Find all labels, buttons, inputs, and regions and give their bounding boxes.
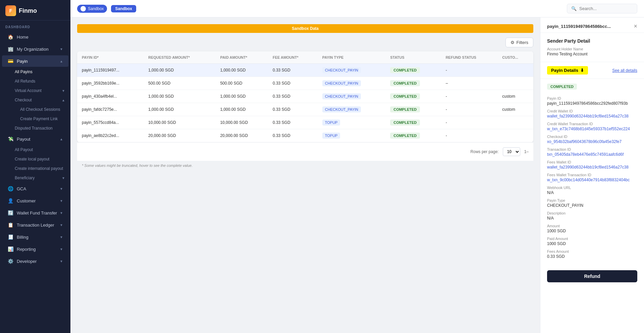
sidebar-item-virtual-account[interactable]: Virtual Account ▼ xyxy=(15,86,70,95)
customer-icon: 👤 xyxy=(7,198,13,203)
create-payment-link-label: Create Payment Link xyxy=(20,116,58,121)
sidebar-item-create-local-payout[interactable]: Create local payout xyxy=(15,154,70,164)
sidebar-item-all-payins[interactable]: All Payins xyxy=(15,67,70,77)
chevron-down-icon: ▼ xyxy=(60,235,63,239)
cell-refund-status: - xyxy=(441,90,498,103)
sidebar-item-my-organization[interactable]: 🏢 My Organization ▼ xyxy=(2,43,68,55)
rows-per-page-select[interactable]: 10 25 50 xyxy=(503,147,520,156)
filters-button[interactable]: ⚙ Filters xyxy=(505,38,533,47)
toggle-circle xyxy=(80,6,86,11)
webhook-url-label: Webhook URL xyxy=(547,186,637,190)
sender-party-section: Sender Party Detail Account Holder Name … xyxy=(540,33,644,62)
sidebar-payout-label: Payout xyxy=(17,137,30,142)
disputed-transaction-label: Disputed Transaction xyxy=(15,126,53,131)
table-row[interactable]: payin_3592bb169e... 500.00 SGD 500.00 SG… xyxy=(77,77,533,90)
credit-wallet-txn-value[interactable]: w_txn_e73c7468b81d45e59337b1ef552ec224 xyxy=(547,127,637,131)
pagination-bar: Rows per page: 10 25 50 1– xyxy=(77,142,533,161)
payin-submenu: All Payins All Refunds Virtual Account ▼… xyxy=(0,67,70,133)
sidebar-item-create-payment-link[interactable]: Create Payment Link xyxy=(20,114,70,124)
paid-amount-label: Paid Amount xyxy=(547,237,637,241)
truncation-note: * Some values might be truncated, hover … xyxy=(77,161,533,170)
sidebar-item-payin[interactable]: 💳 Payin ▲ xyxy=(2,55,68,67)
checkout-label: Checkout xyxy=(15,98,32,102)
sidebar-item-customer[interactable]: 👤 Customer ▼ xyxy=(2,195,68,206)
all-checkout-sessions-label: All Checkout Sessions xyxy=(20,107,60,112)
search-input[interactable] xyxy=(579,6,633,11)
cell-payin-id: payin_5575ccd84a... xyxy=(77,116,144,129)
fees-amount-value: 0.33 SGD xyxy=(547,254,637,259)
cell-payin-type: TOPUP xyxy=(318,129,385,142)
sidebar-section-label: DASHBOARD xyxy=(0,20,70,31)
cell-payin-id: payin_1115919497... xyxy=(77,64,144,77)
sidebar-item-all-payout[interactable]: All Payout xyxy=(15,145,70,154)
sidebar-item-billing[interactable]: 🧾 Billing ▼ xyxy=(2,231,68,243)
sidebar-wallet-label: Wallet Fund Transfer xyxy=(17,210,57,216)
beneficiary-label: Beneficiary xyxy=(15,176,35,180)
sidebar-item-wallet-fund-transfer[interactable]: 🔄 Wallet Fund Transfer ▼ xyxy=(2,207,68,219)
all-payout-label: All Payout xyxy=(15,147,33,152)
sidebar-item-beneficiary[interactable]: Beneficiary ▼ xyxy=(15,173,70,183)
refund-button[interactable]: Refund xyxy=(547,270,637,282)
col-payin-id: PAYIN ID* xyxy=(77,51,144,64)
logo-area: F Finmo xyxy=(0,0,70,20)
chevron-down-icon: ▼ xyxy=(60,199,63,203)
sidebar-item-all-refunds[interactable]: All Refunds xyxy=(15,77,70,86)
col-status: STATUS xyxy=(385,51,441,64)
cell-refund-status: - xyxy=(441,103,498,116)
sidebar-developer-label: Developer xyxy=(17,259,37,264)
checkout-id-value[interactable]: xo_954b32baf96043678b96c0fa45e32fe7 xyxy=(547,139,637,144)
payin-type-value: CHECKOUT_PAYIN xyxy=(547,203,637,208)
fees-amount-label: Fees Amount xyxy=(547,249,637,253)
sidebar-item-disputed-transaction[interactable]: Disputed Transaction xyxy=(15,124,70,133)
search-bar[interactable]: 🔍 xyxy=(567,4,637,13)
fees-wallet-id-value[interactable]: wallet_fa23990d63244bb19cf8ed1546a27c38 xyxy=(547,165,637,170)
sidebar-item-reporting[interactable]: 📊 Reporting ▼ xyxy=(2,243,68,255)
billing-icon: 🧾 xyxy=(7,234,13,240)
chevron-right-icon: ▼ xyxy=(62,176,65,180)
table-row[interactable]: payin_5575ccd84a... 10,000.00 SGD 10,000… xyxy=(77,116,533,129)
fees-wallet-txn-value[interactable]: w_txn_9c00bc14d05440e7914b83f8832404bc xyxy=(547,178,637,182)
sidebar-item-gca[interactable]: 🌐 GCA ▼ xyxy=(2,183,68,194)
sidebar-item-payout[interactable]: 💸 Payout ▲ xyxy=(2,133,68,145)
chevron-right-icon: ▲ xyxy=(62,98,65,102)
sidebar-item-checkout[interactable]: Checkout ▲ xyxy=(15,95,70,105)
credit-wallet-id-value[interactable]: wallet_fa23990d63244bb19cf8ed1546a27c38 xyxy=(547,114,637,118)
payin-id-value: payin_1115919497864586bcc292fed807f93b xyxy=(547,101,637,106)
sidebar-reporting-label: Reporting xyxy=(17,247,36,252)
cell-payin-type: CHECKOUT_PAYIN xyxy=(318,103,385,116)
topbar-left: Sandbox Sandbox xyxy=(77,5,136,13)
payin-details-button[interactable]: Payin Details ⬇ xyxy=(547,66,588,75)
cell-payin-type: CHECKOUT_PAYIN xyxy=(318,64,385,77)
paid-amount-value: 1000 SGD xyxy=(547,241,637,246)
sidebar-item-home[interactable]: 🏠 Home xyxy=(2,31,68,43)
sidebar-item-transaction-ledger[interactable]: 📋 Transaction Ledger ▼ xyxy=(2,219,68,231)
chevron-down-icon: ▼ xyxy=(60,47,63,51)
filters-label: Filters xyxy=(517,40,528,45)
transaction-id-value[interactable]: txn_05405da78eb4476e85c74591aafc6d6f xyxy=(547,152,637,157)
cell-custom xyxy=(497,64,533,77)
sidebar-home-label: Home xyxy=(17,35,29,40)
fees-wallet-id-label: Fees Wallet ID xyxy=(547,160,637,164)
cell-refund-status: - xyxy=(441,64,498,77)
amount-label: Amount xyxy=(547,224,637,228)
col-requested-amount: REQUESTED AMOUNT* xyxy=(144,51,215,64)
create-local-payout-label: Create local payout xyxy=(15,157,49,161)
search-icon: 🔍 xyxy=(571,6,577,11)
table-row[interactable]: payin_fafdc7275e... 1,000.00 SGD 1,000.0… xyxy=(77,103,533,116)
table-row[interactable]: payin_430a4fb4el... 1,000.00 SGD 1,000.0… xyxy=(77,90,533,103)
gca-icon: 🌐 xyxy=(7,186,13,191)
sidebar-item-all-checkout-sessions[interactable]: All Checkout Sessions xyxy=(20,105,70,114)
table-row[interactable]: payin_ae8b22c2ed... 20,000.00 SGD 20,000… xyxy=(77,129,533,142)
table-row[interactable]: payin_1115919497... 1,000.00 SGD 1,000.0… xyxy=(77,64,533,77)
all-payins-label: All Payins xyxy=(15,69,33,74)
sidebar-item-developer[interactable]: ⚙️ Developer ▼ xyxy=(2,255,68,267)
chevron-down-icon: ▼ xyxy=(60,247,63,251)
col-refund-status: REFUND STATUS xyxy=(441,51,498,64)
cell-fee-amount: 0.33 SGD xyxy=(268,77,318,90)
close-panel-button[interactable]: × xyxy=(634,23,637,30)
sidebar-item-create-international-payout[interactable]: Create international payout xyxy=(15,164,70,173)
col-payin-type: PAYIN TYPE xyxy=(318,51,385,64)
cell-requested-amount: 10,000.00 SGD xyxy=(144,116,215,129)
see-all-details-link[interactable]: See all details xyxy=(612,68,637,73)
sandbox-toggle[interactable]: Sandbox xyxy=(77,5,107,13)
